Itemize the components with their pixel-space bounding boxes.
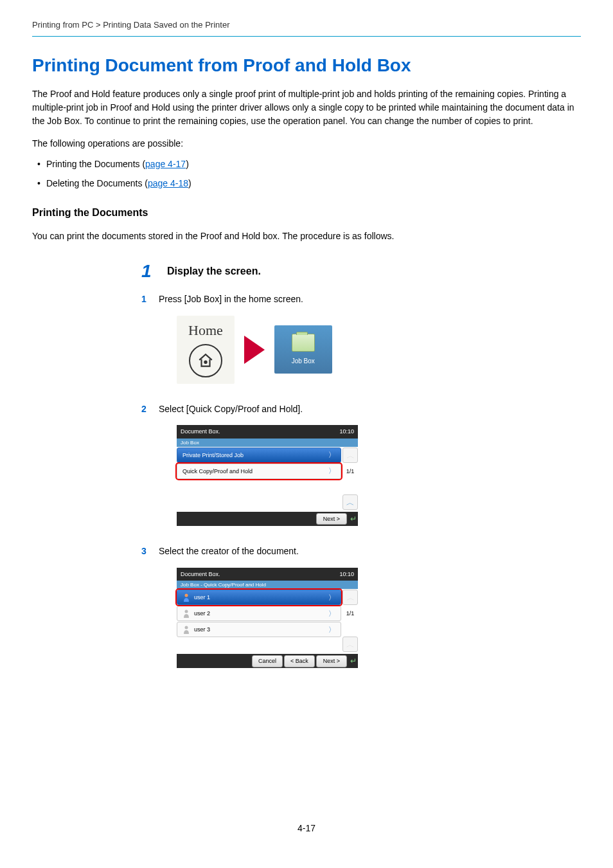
- sub-step-number: 1: [141, 293, 151, 306]
- sub-step-text: Press [Job Box] in the home screen.: [159, 293, 581, 306]
- chevron-up-icon: 〈: [345, 593, 356, 601]
- list-row-user-1[interactable]: user 1 〉: [177, 590, 341, 605]
- page-number: 4-17: [32, 822, 581, 835]
- step-header: 1 Display the screen.: [141, 258, 581, 284]
- section-text: You can print the documents stored in th…: [32, 230, 581, 243]
- home-label: Home: [188, 321, 223, 341]
- cancel-button[interactable]: Cancel: [252, 655, 283, 667]
- page-indicator: 1/1: [342, 464, 358, 479]
- panel-subtitle: Job Box: [177, 439, 358, 447]
- scroll-down-button[interactable]: 〉: [342, 494, 358, 510]
- panel-time: 10:10: [339, 570, 354, 579]
- empty-row: [177, 496, 341, 511]
- panel-header: Document Box. 10:10: [177, 568, 358, 581]
- enter-icon: ↵: [350, 514, 357, 525]
- sub-step: 1 Press [Job Box] in the home screen.: [141, 293, 581, 306]
- step-number: 1: [141, 258, 154, 284]
- chevron-down-icon: 〉: [345, 498, 356, 506]
- sub-step-text: Select the creator of the document.: [159, 545, 581, 558]
- enter-icon: ↵: [350, 656, 357, 667]
- empty-row: [177, 638, 341, 653]
- home-icon: [197, 352, 214, 369]
- sub-step-number: 3: [141, 545, 151, 558]
- list-item: Deleting the Documents (page 4-18): [32, 177, 581, 190]
- sub-step: 3 Select the creator of the document.: [141, 545, 581, 558]
- user-icon: [182, 625, 190, 634]
- user-icon: [182, 609, 190, 618]
- panel-footer: Next > ↵: [177, 512, 358, 526]
- list-item-suffix: ): [188, 178, 191, 188]
- list-item-text: Deleting the Documents (: [46, 178, 148, 188]
- scroll-up-button[interactable]: 〈: [342, 448, 358, 463]
- folder-icon: [292, 334, 315, 352]
- back-button[interactable]: < Back: [284, 655, 315, 667]
- next-button[interactable]: Next >: [316, 513, 347, 525]
- svg-point-0: [204, 361, 206, 363]
- chevron-right-icon: 〉: [328, 593, 335, 602]
- intro-paragraph: The Proof and Hold feature produces only…: [32, 87, 581, 128]
- home-button-illustration: Home: [177, 316, 235, 384]
- list-item-suffix: ): [186, 159, 189, 169]
- svg-point-1: [185, 594, 188, 597]
- panel-subtitle-text: Job Box: [181, 440, 199, 446]
- row-label: user 1: [194, 593, 210, 602]
- breadcrumb: Printing from PC > Printing Data Saved o…: [32, 19, 581, 37]
- panel-title: Document Box.: [181, 428, 220, 436]
- next-button[interactable]: Next >: [316, 655, 347, 667]
- list-item-text: Printing the Documents (: [46, 159, 145, 169]
- svg-point-2: [185, 610, 188, 613]
- list-row-private-print[interactable]: Private Print/Stored Job 〉: [177, 448, 341, 463]
- step-title: Display the screen.: [167, 264, 261, 278]
- chevron-down-icon: 〉: [345, 640, 356, 648]
- chevron-right-icon: 〉: [328, 466, 335, 476]
- home-navigation-graphic: Home Job Box: [177, 316, 581, 384]
- operations-intro: The following operations are possible:: [32, 138, 581, 150]
- row-label: user 2: [194, 610, 210, 618]
- list-item: Printing the Documents (page 4-17): [32, 158, 581, 171]
- panel-subtitle-text: Job Box - Quick Copy/Proof and Hold: [181, 582, 266, 588]
- panel-time: 10:10: [339, 428, 354, 436]
- chevron-right-icon: 〉: [328, 625, 335, 635]
- home-circle: [189, 344, 222, 377]
- list-row-quick-copy[interactable]: Quick Copy/Proof and Hold 〉: [177, 464, 341, 479]
- section-heading: Printing the Documents: [32, 206, 581, 220]
- job-box-tile: Job Box: [274, 325, 332, 374]
- operations-list: Printing the Documents (page 4-17) Delet…: [32, 158, 581, 190]
- document-box-panel-2: Document Box. 10:10 Job Box - Quick Copy…: [177, 568, 358, 669]
- panel-title: Document Box.: [181, 570, 220, 579]
- row-label: Private Print/Stored Job: [182, 451, 244, 460]
- list-row-user-3[interactable]: user 3 〉: [177, 622, 341, 637]
- panel-header: Document Box. 10:10: [177, 425, 358, 439]
- arrow-icon: [244, 336, 265, 364]
- empty-row: [177, 480, 341, 495]
- scroll-down-button[interactable]: 〉: [342, 637, 358, 652]
- chevron-right-icon: 〉: [328, 450, 335, 460]
- scroll-up-button[interactable]: 〈: [342, 590, 358, 605]
- page-indicator: 1/1: [342, 606, 358, 621]
- chevron-up-icon: 〈: [345, 451, 356, 459]
- document-box-panel-1: Document Box. 10:10 Job Box Private Prin…: [177, 425, 358, 526]
- user-icon: [182, 593, 190, 602]
- panel-subtitle: Job Box - Quick Copy/Proof and Hold: [177, 581, 358, 589]
- sub-step-number: 2: [141, 403, 151, 416]
- page-link[interactable]: page 4-18: [148, 178, 188, 188]
- row-label: Quick Copy/Proof and Hold: [182, 467, 253, 476]
- page-link[interactable]: page 4-17: [145, 159, 186, 169]
- list-row-user-2[interactable]: user 2 〉: [177, 606, 341, 621]
- job-box-label: Job Box: [292, 357, 315, 366]
- sub-step: 2 Select [Quick Copy/Proof and Hold].: [141, 403, 581, 416]
- svg-point-3: [185, 626, 188, 629]
- panel-footer: Cancel < Back Next > ↵: [177, 654, 358, 668]
- sub-step-text: Select [Quick Copy/Proof and Hold].: [159, 403, 581, 416]
- row-label: user 3: [194, 626, 210, 634]
- page-title: Printing Document from Proof and Hold Bo…: [32, 53, 581, 78]
- chevron-right-icon: 〉: [328, 609, 335, 619]
